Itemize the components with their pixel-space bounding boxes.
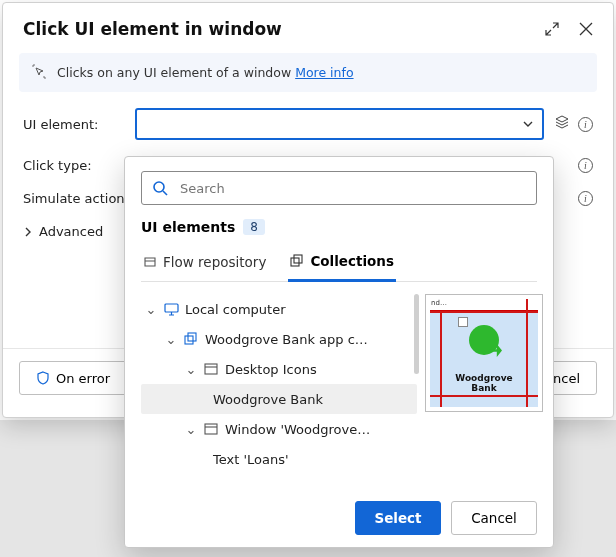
ui-element-select[interactable] — [135, 108, 544, 140]
preview-top-text: nd… — [430, 299, 538, 311]
element-tree: ⌄ Local computer ⌄ Woodgrove Bank app c…… — [141, 294, 417, 486]
info-text: Clicks on any UI element of a window Mor… — [57, 65, 354, 80]
tree-node-app[interactable]: ⌄ Woodgrove Bank app c… — [141, 324, 417, 354]
chevron-down-icon: ⌄ — [185, 422, 197, 437]
ui-element-label: UI element: — [23, 117, 135, 132]
info-strip: Clicks on any UI element of a window Mor… — [19, 53, 597, 92]
tree-node-window[interactable]: ⌄ Window 'Woodgrove… — [141, 414, 417, 444]
element-preview: nd… WoodgroveBank — [425, 294, 543, 412]
chevron-down-icon — [522, 118, 534, 130]
collection-icon — [183, 331, 199, 347]
window-icon — [203, 361, 219, 377]
dropdown-footer: Select Cancel — [125, 488, 553, 547]
preview-globe-icon — [467, 323, 501, 357]
search-input[interactable] — [178, 180, 526, 197]
dropdown-subtitle: UI elements 8 — [141, 219, 537, 235]
chevron-down-icon: ⌄ — [185, 362, 197, 377]
search-icon — [152, 180, 168, 196]
more-info-link[interactable]: More info — [295, 65, 353, 80]
chevron-down-icon: ⌄ — [165, 332, 177, 347]
select-button[interactable]: Select — [355, 501, 441, 535]
close-icon[interactable] — [579, 22, 593, 36]
collections-icon — [290, 254, 304, 268]
layers-icon[interactable] — [554, 114, 570, 134]
shield-icon — [36, 371, 50, 385]
tree-scrollbar[interactable] — [414, 294, 419, 374]
window-icon — [203, 421, 219, 437]
dropdown-cancel-button[interactable]: Cancel — [451, 501, 537, 535]
info-icon[interactable]: i — [578, 117, 593, 132]
svg-point-0 — [154, 182, 164, 192]
svg-rect-1 — [291, 258, 299, 266]
dropdown-tabs: Flow repository Collections — [141, 245, 537, 282]
svg-rect-4 — [185, 336, 193, 344]
ui-element-dropdown: UI elements 8 Flow repository Collection… — [124, 156, 554, 548]
info-icon[interactable]: i — [578, 158, 593, 173]
dialog-title: Click UI element in window — [23, 19, 282, 39]
tree-node-desktop-icons[interactable]: ⌄ Desktop Icons — [141, 354, 417, 384]
click-type-label: Click type: — [23, 158, 135, 173]
simulate-action-label: Simulate action: — [23, 191, 135, 206]
repository-icon — [143, 255, 157, 269]
tab-collections[interactable]: Collections — [288, 245, 396, 282]
chevron-down-icon: ⌄ — [145, 302, 157, 317]
count-badge: 8 — [243, 219, 265, 235]
dialog-header: Click UI element in window — [3, 3, 613, 49]
cursor-click-icon — [31, 63, 47, 82]
tree-node-text-loans[interactable]: Text 'Loans' — [141, 444, 417, 474]
search-field[interactable] — [141, 171, 537, 205]
preview-label: WoodgroveBank — [455, 374, 512, 393]
on-error-button[interactable]: On error — [19, 361, 127, 395]
svg-rect-6 — [205, 364, 217, 374]
svg-rect-3 — [165, 304, 178, 312]
tree-node-woodgrove-bank[interactable]: Woodgrove Bank — [141, 384, 417, 414]
expand-icon[interactable] — [545, 22, 559, 36]
tab-flow-repository[interactable]: Flow repository — [141, 245, 268, 281]
svg-rect-2 — [294, 255, 302, 263]
svg-rect-7 — [205, 424, 217, 434]
tree-node-local-computer[interactable]: ⌄ Local computer — [141, 294, 417, 324]
info-icon[interactable]: i — [578, 191, 593, 206]
svg-rect-5 — [188, 333, 196, 341]
monitor-icon — [163, 301, 179, 317]
chevron-right-icon — [23, 227, 33, 237]
